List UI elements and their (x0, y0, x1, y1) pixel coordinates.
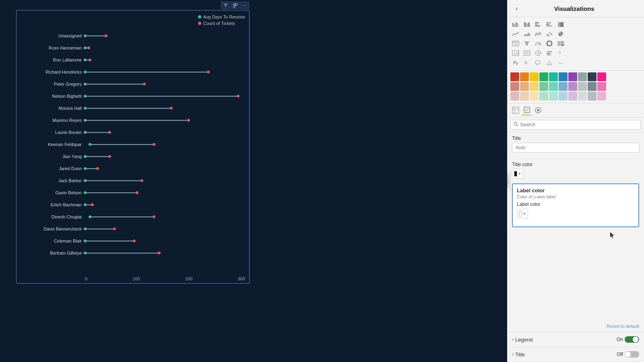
colored-icon-15[interactable] (549, 82, 558, 91)
viz-icon-line[interactable] (510, 29, 521, 38)
viz-icon-r[interactable]: R (522, 58, 532, 67)
colored-icon-22[interactable] (520, 92, 529, 101)
viz-icon-slicer[interactable] (544, 49, 555, 58)
viz-row-5: Py R ··· (510, 58, 641, 67)
colored-icon-19[interactable] (588, 82, 597, 91)
title-input[interactable] (512, 143, 639, 152)
colored-icon-11[interactable] (510, 82, 519, 91)
legend-toggle-knob (633, 337, 638, 342)
colored-icon-30[interactable] (597, 92, 606, 101)
colored-icon-6[interactable] (559, 72, 568, 81)
special-icon-format[interactable] (522, 105, 532, 115)
viz-icon-donut[interactable] (544, 39, 555, 48)
dumbbell-dot-right (91, 204, 94, 206)
dumbbell-dot-left (84, 47, 87, 49)
dumbbell-dot-right (170, 107, 173, 110)
dumbbell-line (90, 144, 154, 145)
title-toggle-track[interactable] (625, 351, 639, 358)
colored-icon-10[interactable] (597, 72, 606, 81)
viz-icon-line2[interactable] (533, 29, 543, 38)
colored-icon-26[interactable] (559, 92, 568, 101)
colored-icon-14[interactable] (539, 82, 548, 91)
back-button[interactable]: ‹ (513, 4, 520, 13)
viz-icon-bar-cluster[interactable] (510, 20, 521, 29)
colored-icon-5[interactable] (549, 72, 558, 81)
filter-button[interactable] (221, 2, 230, 9)
more-options-button[interactable]: ··· (240, 2, 249, 9)
expand-button[interactable] (231, 2, 239, 9)
colored-icon-1[interactable] (510, 72, 519, 81)
colored-icon-13[interactable] (530, 82, 539, 91)
colored-icon-3[interactable] (530, 72, 539, 81)
title-chevron-icon[interactable]: › (512, 352, 514, 357)
viz-icon-py[interactable]: Py (510, 58, 521, 67)
svg-rect-17 (546, 24, 549, 25)
colored-icon-24[interactable] (539, 92, 548, 101)
colored-icon-18[interactable] (578, 82, 587, 91)
special-icon-analytics[interactable] (533, 105, 543, 115)
colored-icon-29[interactable] (588, 92, 597, 101)
legend-toggle-switch[interactable]: On (617, 336, 639, 343)
dumbbell-dot-right (153, 143, 155, 146)
row-bar-area (85, 223, 245, 235)
viz-icon-scatter[interactable] (544, 29, 555, 38)
colored-icon-2[interactable] (520, 72, 529, 81)
toggle-section: › Legend On › Title Off (507, 332, 644, 362)
colored-icon-12[interactable] (520, 82, 529, 91)
colored-icon-23[interactable] (530, 92, 539, 101)
legend-toggle-track[interactable] (625, 336, 639, 343)
chart-row: Jared Dunn (21, 162, 245, 175)
dumbbell-dot-right (108, 131, 111, 134)
colored-icon-27[interactable] (568, 92, 577, 101)
legend-chevron-icon[interactable]: › (512, 337, 514, 342)
title-color-swatch[interactable]: ▼ (512, 169, 523, 179)
colored-icon-7[interactable] (568, 72, 577, 81)
viz-icon-bar-h2[interactable] (544, 20, 555, 29)
title-toggle-switch[interactable]: Off (617, 351, 639, 358)
search-input[interactable] (520, 122, 638, 128)
viz-icon-table[interactable] (510, 39, 521, 48)
colored-icon-21[interactable] (510, 92, 519, 101)
legend-toggle-label: Legend (515, 337, 533, 343)
row-label: Davis Bannercheck (21, 226, 85, 231)
viz-icon-bar-h[interactable] (533, 20, 543, 29)
colored-icon-4[interactable] (539, 72, 548, 81)
viz-icon-speech[interactable] (533, 58, 543, 67)
viz-icon-gauge[interactable] (533, 39, 543, 48)
viz-icon-funnel[interactable] (522, 39, 532, 48)
colored-icon-28[interactable] (578, 92, 587, 101)
svg-rect-5 (233, 6, 235, 7)
colored-icon-25[interactable] (549, 92, 558, 101)
colored-icon-16[interactable] (559, 82, 568, 91)
cursor-arrow-icon (609, 231, 615, 240)
colored-icon-17[interactable] (568, 82, 577, 91)
dumbbell-line (85, 168, 97, 169)
viz-icon-more[interactable]: ··· (555, 58, 566, 67)
viz-icon-treemap[interactable] (555, 39, 566, 48)
colored-icon-20[interactable] (597, 82, 606, 91)
chart-row: Dinesh Chugtai (21, 211, 245, 223)
dumbbell-dot-left (89, 143, 91, 146)
colored-icon-9[interactable] (588, 72, 597, 81)
viz-icon-card[interactable]: 123 (510, 49, 521, 58)
viz-icon-bar-100[interactable] (555, 20, 566, 29)
viz-icon-bar-stacked[interactable] (522, 20, 532, 29)
dumbbell-dot-right (207, 71, 210, 74)
viz-icon-map[interactable] (533, 49, 543, 58)
svg-rect-27 (512, 41, 519, 46)
filters-tab[interactable]: Filters (507, 172, 511, 190)
colored-icon-8[interactable] (578, 72, 587, 81)
search-box[interactable] (510, 120, 641, 130)
viz-icon-pie[interactable] (555, 29, 566, 38)
svg-rect-39 (524, 51, 530, 56)
viz-icon-area[interactable] (522, 29, 532, 38)
viz-icon-matrix[interactable] (522, 49, 532, 58)
revert-link[interactable]: Revert to default (507, 324, 644, 332)
legend-toggle-row: › Legend On (512, 332, 639, 347)
colored-row-1 (510, 72, 641, 81)
label-color-swatch[interactable]: ▼ (517, 209, 528, 218)
viz-icon-azure[interactable] (544, 58, 555, 67)
viz-icon-qna[interactable]: ? (555, 49, 566, 58)
special-icon-table2[interactable] (510, 105, 521, 115)
row-bar-area (85, 66, 245, 78)
